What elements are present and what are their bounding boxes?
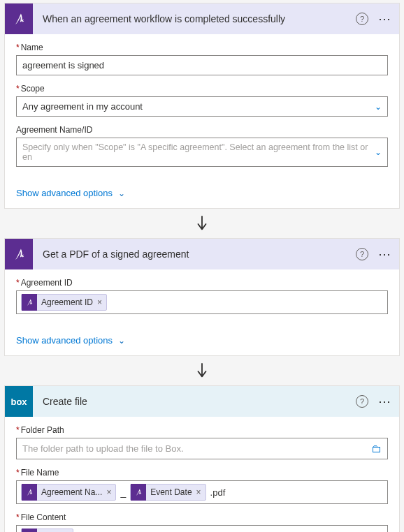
file-name-label: File Name [16, 468, 388, 478]
step-title: When an agreement workflow is completed … [33, 13, 356, 24]
step-body: Folder Path The folder path to upload th… [5, 417, 399, 532]
agreement-select[interactable]: Specify only when "Scope" is "A specific… [16, 138, 388, 167]
file-content-input[interactable]: body × [16, 525, 388, 532]
agreement-placeholder: Specify only when "Scope" is "A specific… [22, 142, 375, 162]
flow-arrow [0, 213, 404, 235]
chevron-down-icon: ⌄ [118, 336, 125, 346]
file-content-label: File Content [16, 512, 388, 522]
filename-suffix: .pdf [210, 487, 226, 498]
close-icon[interactable]: × [97, 297, 102, 307]
token-label: Agreement Na... [41, 487, 102, 497]
adobe-sign-icon [5, 3, 33, 34]
help-icon[interactable]: ? [356, 395, 368, 408]
step-title: Create file [33, 396, 356, 407]
chevron-down-icon: ⌄ [375, 102, 382, 112]
agreement-label: Agreement Name/ID [16, 125, 388, 135]
adobe-sign-icon [22, 484, 37, 501]
dynamic-token-event-date[interactable]: Event Date × [130, 484, 205, 501]
adobe-sign-icon [131, 484, 146, 501]
scope-label: Scope [16, 84, 388, 94]
dynamic-token-agreement-name[interactable]: Agreement Na... × [21, 484, 116, 501]
step-body: Name Scope Any agreement in my account ⌄… [5, 34, 399, 181]
folder-picker-icon[interactable]: 🗀 [371, 443, 382, 455]
name-label: Name [16, 43, 388, 52]
action-step-card: Get a PDF of a signed agreement ? ⋯ Agre… [4, 238, 400, 356]
step-header[interactable]: Get a PDF of a signed agreement ? ⋯ [5, 239, 399, 269]
chevron-down-icon: ⌄ [118, 189, 125, 198]
step-header[interactable]: box Create file ? ⋯ [5, 386, 399, 417]
adobe-sign-icon [5, 239, 33, 269]
scope-select[interactable]: Any agreement in my account ⌄ [16, 96, 388, 117]
agreement-id-input[interactable]: Agreement ID × [16, 290, 388, 314]
token-label: Event Date [150, 487, 192, 497]
dynamic-token-agreement-id[interactable]: Agreement ID × [21, 294, 107, 311]
action-step-card: box Create file ? ⋯ Folder Path The fold… [4, 385, 400, 532]
step-body: Agreement ID Agreement ID × [5, 269, 399, 328]
help-icon[interactable]: ? [356, 13, 368, 25]
close-icon[interactable]: × [106, 487, 111, 497]
folder-path-placeholder: The folder path to upload the file to Bo… [22, 443, 184, 454]
show-advanced-link[interactable]: Show advanced options ⌄ [5, 328, 136, 355]
agreement-id-label: Agreement ID [16, 278, 388, 288]
token-label: Agreement ID [41, 297, 93, 307]
chevron-down-icon: ⌄ [375, 147, 382, 157]
step-title: Get a PDF of a signed agreement [33, 249, 356, 260]
close-icon[interactable]: × [196, 487, 201, 497]
folder-path-label: Folder Path [16, 425, 388, 435]
trigger-step-card: When an agreement workflow is completed … [4, 3, 400, 209]
adobe-sign-icon [22, 294, 37, 311]
flow-arrow [0, 360, 404, 383]
adobe-sign-icon [22, 529, 37, 532]
show-advanced-link[interactable]: Show advanced options ⌄ [5, 181, 136, 208]
step-header[interactable]: When an agreement workflow is completed … [5, 3, 399, 34]
name-input[interactable] [16, 55, 388, 75]
more-icon[interactable]: ⋯ [378, 248, 392, 260]
dynamic-token-body[interactable]: body × [21, 529, 73, 532]
file-name-input[interactable]: Agreement Na... × _ Event Date × .pdf [16, 480, 388, 504]
folder-path-input[interactable]: The folder path to upload the file to Bo… [16, 438, 388, 459]
box-icon: box [5, 386, 33, 417]
filename-separator: _ [119, 487, 127, 498]
scope-value: Any agreement in my account [22, 101, 143, 112]
help-icon[interactable]: ? [356, 248, 368, 260]
more-icon[interactable]: ⋯ [378, 13, 392, 25]
more-icon[interactable]: ⋯ [378, 395, 392, 408]
